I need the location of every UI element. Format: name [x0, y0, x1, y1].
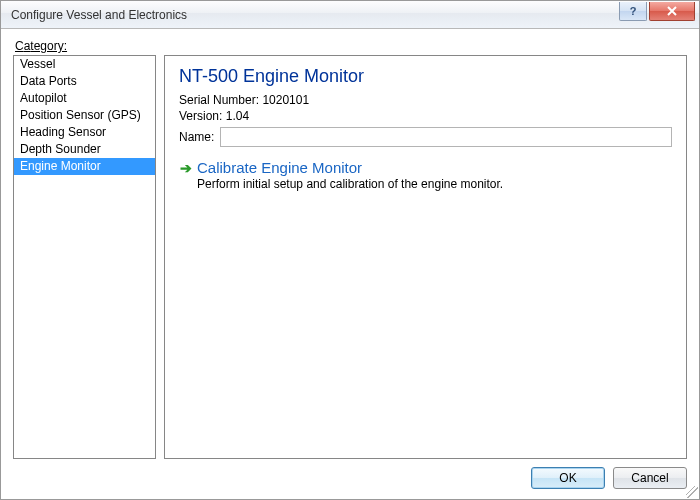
calibrate-link[interactable]: Calibrate Engine Monitor [197, 159, 672, 176]
version-row: Version: 1.04 [179, 109, 672, 123]
category-listbox[interactable]: Vessel Data Ports Autopilot Position Sen… [13, 55, 156, 459]
serial-row: Serial Number: 1020101 [179, 93, 672, 107]
resize-grip[interactable] [686, 486, 698, 498]
name-input[interactable] [220, 127, 672, 147]
list-item[interactable]: Data Ports [14, 73, 155, 90]
window-controls [617, 2, 695, 22]
list-item[interactable]: Position Sensor (GPS) [14, 107, 155, 124]
dialog-footer: OK Cancel [13, 459, 687, 489]
close-icon [666, 6, 678, 16]
dialog-content: Category: Vessel Data Ports Autopilot Po… [1, 29, 699, 499]
list-item[interactable]: Heading Sensor [14, 124, 155, 141]
name-label: Name: [179, 130, 214, 144]
window-title: Configure Vessel and Electronics [11, 8, 617, 22]
serial-value: 1020101 [262, 93, 309, 107]
arrow-right-icon: ➔ [179, 159, 193, 177]
ok-button[interactable]: OK [531, 467, 605, 489]
device-title: NT-500 Engine Monitor [179, 66, 672, 87]
list-item[interactable]: Autopilot [14, 90, 155, 107]
category-label: Category: [15, 39, 687, 53]
list-item[interactable]: Vessel [14, 56, 155, 73]
version-value: 1.04 [226, 109, 249, 123]
titlebar: Configure Vessel and Electronics [1, 1, 699, 29]
list-item[interactable]: Depth Sounder [14, 141, 155, 158]
close-button[interactable] [649, 2, 695, 21]
version-label: Version: [179, 109, 222, 123]
cancel-button[interactable]: Cancel [613, 467, 687, 489]
calibrate-action: ➔ Calibrate Engine Monitor Perform initi… [179, 159, 672, 191]
list-item[interactable]: Engine Monitor [14, 158, 155, 175]
calibrate-description: Perform initial setup and calibration of… [197, 177, 672, 191]
detail-panel: NT-500 Engine Monitor Serial Number: 102… [164, 55, 687, 459]
serial-label: Serial Number: [179, 93, 259, 107]
help-button[interactable] [619, 2, 647, 21]
name-row: Name: [179, 127, 672, 147]
